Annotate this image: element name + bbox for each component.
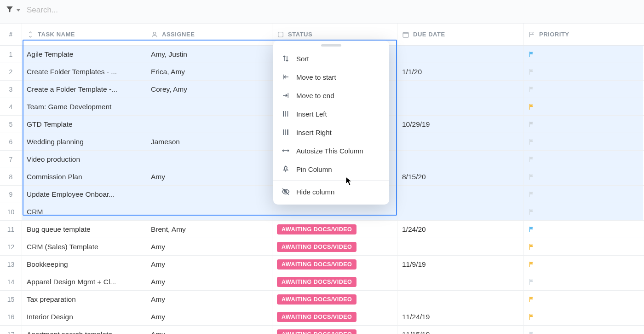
menu-item-autosize-column[interactable]: Autosize This Column <box>273 141 389 160</box>
cell-due-date[interactable] <box>397 186 523 203</box>
cell-task-name[interactable]: Agile Template <box>22 46 146 63</box>
menu-item-move-to-start[interactable]: Move to start <box>273 68 389 86</box>
menu-item-sort[interactable]: Sort <box>273 49 389 68</box>
table-row[interactable]: 13BookkeepingAmyAWAITING DOCS/VIDEO11/9/… <box>0 256 644 273</box>
cell-status[interactable]: AWAITING DOCS/VIDEO <box>272 221 397 238</box>
cell-due-date[interactable]: 10/29/19 <box>397 116 523 133</box>
cell-due-date[interactable] <box>397 291 523 308</box>
cell-task-name[interactable]: Update Employee Onboar... <box>22 186 146 203</box>
cell-assignee[interactable]: Amy <box>146 238 272 255</box>
cell-assignee[interactable]: Amy, Justin <box>146 46 272 63</box>
cell-status[interactable]: AWAITING DOCS/VIDEO <box>272 308 397 325</box>
cell-due-date[interactable] <box>397 46 523 63</box>
column-header-number[interactable]: # <box>0 23 22 45</box>
cell-priority[interactable] <box>523 63 643 80</box>
cell-due-date[interactable]: 11/24/19 <box>397 308 523 325</box>
cell-due-date[interactable]: 1/24/20 <box>397 221 523 238</box>
cell-task-name[interactable]: CRM (Sales) Template <box>22 238 146 255</box>
cell-assignee[interactable] <box>146 203 272 220</box>
row-number[interactable]: 6 <box>0 133 22 150</box>
cell-task-name[interactable]: GTD Template <box>22 116 146 133</box>
cell-assignee[interactable]: Erica, Amy <box>146 63 272 80</box>
menu-item-move-to-end[interactable]: Move to end <box>273 86 389 105</box>
row-number[interactable]: 2 <box>0 63 22 80</box>
cell-priority[interactable] <box>523 308 643 325</box>
cell-due-date[interactable] <box>397 238 523 255</box>
row-number[interactable]: 17 <box>0 326 22 334</box>
cell-priority[interactable] <box>523 256 643 273</box>
row-number[interactable]: 1 <box>0 46 22 63</box>
cell-status[interactable]: AWAITING DOCS/VIDEO <box>272 238 397 255</box>
cell-due-date[interactable]: 1/1/20 <box>397 63 523 80</box>
row-number[interactable]: 10 <box>0 203 22 220</box>
cell-priority[interactable] <box>523 46 643 63</box>
cell-due-date[interactable] <box>397 273 523 290</box>
cell-task-name[interactable]: Create Folder Templates - ... <box>22 63 146 80</box>
column-header-task-name[interactable]: TASK NAME <box>22 23 146 45</box>
cell-assignee[interactable]: Amy <box>146 326 272 334</box>
cell-task-name[interactable]: CRM <box>22 203 146 220</box>
row-number[interactable]: 8 <box>0 168 22 185</box>
cell-priority[interactable] <box>523 98 643 115</box>
cell-due-date[interactable]: 11/9/19 <box>397 256 523 273</box>
cell-due-date[interactable] <box>397 203 523 220</box>
cell-priority[interactable] <box>523 186 643 203</box>
cell-assignee[interactable]: Amy <box>146 256 272 273</box>
cell-task-name[interactable]: Video production <box>22 151 146 168</box>
table-row[interactable]: 15Tax preparationAmyAWAITING DOCS/VIDEO <box>0 291 644 308</box>
menu-item-insert-right[interactable]: Insert Right <box>273 123 389 141</box>
menu-item-insert-left[interactable]: Insert Left <box>273 105 389 123</box>
cell-priority[interactable] <box>523 203 643 220</box>
row-number[interactable]: 7 <box>0 151 22 168</box>
cell-status[interactable]: AWAITING DOCS/VIDEO <box>272 326 397 334</box>
column-header-priority[interactable]: PRIORITY <box>523 23 643 45</box>
drag-handle-icon[interactable] <box>321 44 341 47</box>
cell-task-name[interactable]: Apartment search template <box>22 326 146 334</box>
cell-task-name[interactable]: Create a Folder Template -... <box>22 81 146 98</box>
cell-task-name[interactable]: Bug queue template <box>22 221 146 238</box>
cell-task-name[interactable]: Team: Game Development <box>22 98 146 115</box>
table-row[interactable]: 11Bug queue templateBrent, AmyAWAITING D… <box>0 221 644 238</box>
column-header-assignee[interactable]: ASSIGNEE <box>146 23 272 45</box>
row-number[interactable]: 9 <box>0 186 22 203</box>
row-number[interactable]: 13 <box>0 256 22 273</box>
cell-status[interactable] <box>272 203 397 220</box>
cell-assignee[interactable] <box>146 116 272 133</box>
cell-status[interactable]: AWAITING DOCS/VIDEO <box>272 273 397 290</box>
cell-priority[interactable] <box>523 221 643 238</box>
row-number[interactable]: 15 <box>0 291 22 308</box>
cell-due-date[interactable]: 11/15/19 <box>397 326 523 334</box>
filter-button[interactable] <box>6 5 20 15</box>
cell-assignee[interactable]: Amy <box>146 273 272 290</box>
table-row[interactable]: 17Apartment search templateAmyAWAITING D… <box>0 326 644 334</box>
cell-due-date[interactable] <box>397 151 523 168</box>
menu-item-hide-column[interactable]: Hide column <box>273 182 389 201</box>
cell-assignee[interactable]: Amy <box>146 291 272 308</box>
cell-assignee[interactable]: Amy <box>146 308 272 325</box>
search-input[interactable] <box>24 4 162 17</box>
cell-due-date[interactable] <box>397 133 523 150</box>
cell-due-date[interactable]: 8/15/20 <box>397 168 523 185</box>
cell-task-name[interactable]: Tax preparation <box>22 291 146 308</box>
cell-assignee[interactable] <box>146 186 272 203</box>
cell-priority[interactable] <box>523 291 643 308</box>
row-number[interactable]: 11 <box>0 221 22 238</box>
row-number[interactable]: 16 <box>0 308 22 325</box>
cell-priority[interactable] <box>523 151 643 168</box>
row-number[interactable]: 14 <box>0 273 22 290</box>
cell-task-name[interactable]: Bookkeeping <box>22 256 146 273</box>
cell-assignee[interactable] <box>146 98 272 115</box>
cell-assignee[interactable]: Corey, Amy <box>146 81 272 98</box>
cell-status[interactable]: AWAITING DOCS/VIDEO <box>272 291 397 308</box>
cell-assignee[interactable]: Brent, Amy <box>146 221 272 238</box>
row-number[interactable]: 4 <box>0 98 22 115</box>
cell-task-name[interactable]: Commission Plan <box>22 168 146 185</box>
cell-assignee[interactable] <box>146 151 272 168</box>
menu-item-pin-column[interactable]: Pin Column <box>273 160 389 178</box>
cell-status[interactable]: AWAITING DOCS/VIDEO <box>272 256 397 273</box>
cell-priority[interactable] <box>523 168 643 185</box>
row-number[interactable]: 12 <box>0 238 22 255</box>
cell-priority[interactable] <box>523 326 643 334</box>
cell-due-date[interactable] <box>397 98 523 115</box>
table-row[interactable]: 14Apparel Design Mgmt + Cl...AmyAWAITING… <box>0 273 644 291</box>
